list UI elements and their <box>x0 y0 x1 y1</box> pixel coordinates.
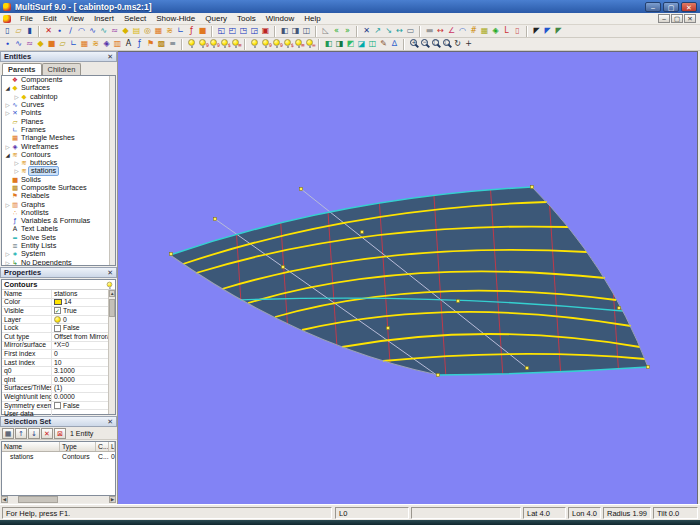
show-curves-icon[interactable]: ∿ <box>13 38 24 50</box>
show-selected-bulb-icon[interactable]: 9 <box>197 38 208 50</box>
copy-view-icon[interactable]: ◧ <box>323 38 334 50</box>
expand-icon[interactable]: ▷ <box>13 93 20 101</box>
expand-icon[interactable]: ▷ <box>4 101 11 109</box>
mdi-restore-button[interactable]: ▢ <box>671 14 683 23</box>
tree-item-stations[interactable]: ▷≋stations <box>2 167 115 175</box>
insert-contours-icon[interactable]: ≋ <box>164 25 175 37</box>
visibility-bulb-1-icon[interactable] <box>249 38 260 50</box>
show-entity-lists-icon[interactable]: ≡ <box>167 38 178 50</box>
maximize-button[interactable]: ▢ <box>663 2 679 12</box>
property-value[interactable]: Offset from Mirror/Surf <box>52 333 115 341</box>
paste-entities-icon[interactable]: ◩ <box>345 38 356 50</box>
selection-close-icon[interactable]: ✕ <box>107 417 113 426</box>
selection-list-icon[interactable]: ▦ <box>2 428 14 439</box>
open-file-icon[interactable]: ▱ <box>13 25 24 37</box>
entities-tree-scrollbar[interactable] <box>109 76 115 265</box>
collapse-icon[interactable]: ◢ <box>4 84 11 92</box>
property-row-qint[interactable]: qInt0.5000 <box>2 376 115 385</box>
show-text-labels-icon[interactable]: A <box>123 38 134 50</box>
visibility-bulb-6-icon[interactable]: = <box>304 38 315 50</box>
menu-help[interactable]: Help <box>299 14 325 23</box>
tab-parents[interactable]: Parents <box>2 63 42 75</box>
selection-hscrollbar[interactable]: ◀ ▶ <box>1 496 116 503</box>
document-logo-icon[interactable] <box>3 15 11 23</box>
checkbox-icon[interactable] <box>54 325 61 332</box>
model-canvas[interactable] <box>118 52 698 504</box>
scroll-left-icon[interactable]: ◀ <box>1 496 8 503</box>
move-up-icon[interactable]: ↑ <box>15 428 27 439</box>
property-value[interactable]: 3.1000 <box>52 367 115 375</box>
tree-item-components[interactable]: ❖Components <box>2 76 115 84</box>
show-children-bulb-icon[interactable]: ≡ <box>230 38 241 50</box>
insert-trimesh-icon[interactable]: ▦ <box>153 25 164 37</box>
menu-query[interactable]: Query <box>200 14 232 23</box>
property-value[interactable]: 0 <box>52 316 115 324</box>
deselect-all-icon[interactable]: ✕ <box>361 25 372 37</box>
insert-snake-icon[interactable]: ≈ <box>109 25 120 37</box>
measure-distance-icon[interactable]: ↔ <box>435 25 446 37</box>
tree-item-wireframes[interactable]: ▷◈Wireframes <box>2 142 115 150</box>
view-all-icon[interactable]: ▣ <box>260 25 271 37</box>
insert-variable-icon[interactable]: ƒ <box>186 25 197 37</box>
column-header-c[interactable]: C... <box>96 442 109 451</box>
property-value[interactable]: (1) <box>52 384 115 392</box>
measure-check-icon[interactable]: ◈ <box>490 25 501 37</box>
properties-bulb-icon[interactable] <box>107 282 113 288</box>
save-icon[interactable]: ▮ <box>24 25 35 37</box>
show-frames-icon[interactable]: ∟ <box>68 38 79 50</box>
expand-icon[interactable]: ▷ <box>13 159 20 167</box>
show-planes-icon[interactable]: ▱ <box>57 38 68 50</box>
column-header-type[interactable]: Type <box>60 442 96 451</box>
scroll-thumb[interactable] <box>109 299 115 317</box>
duplicate-icon[interactable]: ◪ <box>356 38 367 50</box>
show-trimeshes-icon[interactable]: ▦ <box>79 38 90 50</box>
tab-children[interactable]: Children <box>42 63 82 75</box>
property-row-layer[interactable]: Layer0 <box>2 316 115 325</box>
insert-line-icon[interactable]: ∕ <box>65 25 76 37</box>
column-header-name[interactable]: Name <box>2 442 60 451</box>
checkbox-icon[interactable] <box>54 402 61 409</box>
visibility-bulb-3-icon[interactable]: 9 <box>271 38 282 50</box>
selection-row[interactable]: stationsContoursC...0 <box>2 452 115 462</box>
new-file-icon[interactable]: ▯ <box>2 25 13 37</box>
expand-icon[interactable]: ▷ <box>4 259 11 266</box>
tile-horizontal-icon[interactable]: ◧ <box>279 25 290 37</box>
insert-frame-icon[interactable]: ∟ <box>175 25 186 37</box>
show-solids-icon[interactable]: ■ <box>46 38 57 50</box>
property-row-cut-type[interactable]: Cut typeOffset from Mirror/Surf <box>2 333 115 342</box>
scroll-up-icon[interactable]: ▲ <box>109 290 115 297</box>
insert-point-icon[interactable]: ∙ <box>54 25 65 37</box>
show-variables-icon[interactable]: ƒ <box>134 38 145 50</box>
property-value[interactable]: 0.0000 <box>52 393 115 401</box>
delete-entity-icon[interactable]: ✕ <box>43 25 54 37</box>
tree-item-relabels[interactable]: ⚑Relabels <box>2 192 115 200</box>
cascade-windows-icon[interactable]: ◫ <box>301 25 312 37</box>
menu-view[interactable]: View <box>62 14 89 23</box>
entities-close-icon[interactable]: ✕ <box>107 52 113 61</box>
property-value[interactable]: stations <box>52 290 115 298</box>
view-plan-icon[interactable]: ◰ <box>227 25 238 37</box>
3d-viewport[interactable] <box>118 51 698 504</box>
tree-item-curves[interactable]: ▷∿Curves <box>2 101 115 109</box>
tree-item-composite-surfaces[interactable]: ▩Composite Surfaces <box>2 184 115 192</box>
property-row-last-index[interactable]: Last index10 <box>2 359 115 368</box>
show-graphs-icon[interactable]: ▥ <box>112 38 123 50</box>
snap-icon[interactable]: ∆ <box>389 38 400 50</box>
insert-solid-icon[interactable]: ■ <box>197 25 208 37</box>
zoom-out-icon[interactable]: − <box>419 38 430 50</box>
insert-revolution-surface-icon[interactable]: ◎ <box>142 25 153 37</box>
copy-entities-icon[interactable]: ◨ <box>334 38 345 50</box>
property-value[interactable]: False <box>52 324 115 332</box>
menu-tools[interactable]: Tools <box>232 14 261 23</box>
show-surfaces-icon[interactable]: ◆ <box>35 38 46 50</box>
measure-off-icon[interactable]: ▬ <box>424 25 435 37</box>
property-value[interactable]: ✓True <box>52 307 115 315</box>
previous-view-icon[interactable]: « <box>331 25 342 37</box>
expand-icon[interactable]: ▷ <box>4 143 11 151</box>
measure-area-icon[interactable]: ▦ <box>479 25 490 37</box>
property-row-visible[interactable]: Visible✓True <box>2 307 115 316</box>
show-parents-bulb-icon[interactable]: $ <box>219 38 230 50</box>
property-row-name[interactable]: Namestations <box>2 290 115 299</box>
show-all-bulb-icon[interactable] <box>186 38 197 50</box>
expand-icon[interactable]: ▷ <box>4 250 11 258</box>
